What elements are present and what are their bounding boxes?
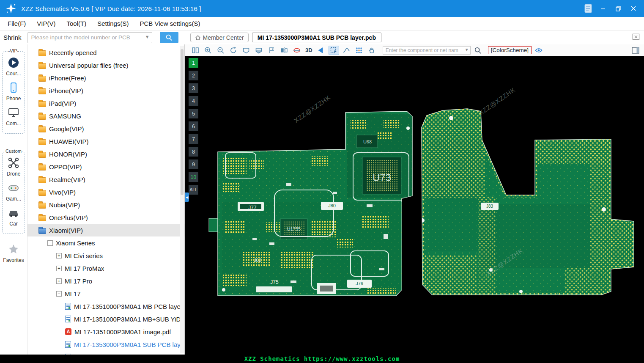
expand-expander-icon[interactable]: + [56,278,62,284]
pan-tool-icon[interactable] [367,46,377,55]
close-tab-button[interactable] [632,33,640,42]
close-button[interactable] [629,4,638,13]
board-bottom-view-icon[interactable] [253,46,264,55]
tree-scrollbar-thumb[interactable] [181,49,184,195]
3d-view-button[interactable]: 3D [304,47,314,53]
layer-button-4[interactable]: 4 [189,96,198,106]
flag-tool-icon[interactable] [266,46,277,55]
expand-expander-icon[interactable]: + [56,253,62,258]
menu-pcb-view-settings[interactable]: PCB View settings(S) [140,20,200,27]
tree-item[interactable]: OPPO(VIP) [27,160,184,173]
layer-button-5[interactable]: 5 [189,109,198,118]
rail-item-drone[interactable]: Drone [3,157,25,177]
rail-item-car[interactable]: Car [3,207,25,227]
component-label[interactable]: U73 [373,172,391,183]
tree-item[interactable]: Nubia(VIP) [27,198,184,211]
tree-item[interactable]: iPad(VIP) [27,97,184,110]
select-tool-icon[interactable] [329,46,339,55]
minimize-button[interactable] [598,4,608,13]
flip-highlight-icon[interactable] [291,46,302,55]
shrink-button[interactable]: Shrink [3,34,22,41]
tree-item[interactable]: iPhone(Free) [27,72,184,84]
component-label[interactable]: U68 [363,139,372,144]
color-scheme-button[interactable]: [ColorScheme] [488,46,532,54]
component-label[interactable]: J83 [486,204,493,209]
layer-button-8[interactable]: 8 [189,147,198,157]
chevron-down-icon[interactable]: ▼ [145,34,150,39]
eye-icon[interactable] [534,46,544,55]
tree-item[interactable]: −Xiaomi Series [27,236,184,249]
tree-item[interactable]: MI 17-1351000P3M0A1 image.pdf [27,325,184,338]
collapse-expander-icon[interactable]: − [47,240,53,246]
layer-button-6[interactable]: 6 [189,121,198,131]
menu-vip[interactable]: VIP(V) [37,20,55,27]
tree-item[interactable]: MI 17-1351000P3M0A1 MB PCB laye [27,300,184,313]
tree-item[interactable]: Vivo(VIP) [27,186,184,198]
layer-button-ALL[interactable]: ALL [189,185,198,195]
tree-item[interactable]: SAMSUNG [27,110,184,122]
tree-item[interactable]: HONOR(VIP) [27,148,184,160]
layer-button-2[interactable]: 2 [189,71,198,80]
collapse-tree-handle[interactable]: ◀ [185,192,189,202]
tree-item[interactable]: OnePlus(VIP) [27,211,184,224]
layer-jump-icon[interactable] [316,46,326,55]
component-label[interactable]: U1755 [287,226,301,231]
pcb-board-right[interactable] [420,109,634,296]
tree-item[interactable]: MI 17-1353000P3M0A1 SUB PCB lay [27,338,184,351]
component-label[interactable]: J77 [248,205,257,211]
component-label[interactable]: J80 [328,203,336,208]
mirror-icon[interactable] [279,46,289,55]
layer-button-9[interactable]: 9 [189,160,198,169]
trace-tool-icon[interactable] [341,46,352,55]
rail-item-computer[interactable]: Com... [3,107,25,126]
net-search-input[interactable] [383,46,471,55]
rail-item-game[interactable]: Gam... [3,182,25,202]
zoom-out-icon[interactable] [215,46,226,55]
pcb-board-left[interactable] [209,111,412,297]
license-icon[interactable] [584,3,592,14]
net-search-icon[interactable] [473,46,483,55]
rail-item-favorites[interactable]: Favorites [0,243,27,263]
tree-item[interactable]: Google(VIP) [27,122,184,135]
layer-button-3[interactable]: 3 [189,83,198,93]
tree-item[interactable]: +MI Civi series [27,249,184,262]
tree-item[interactable]: Xiaomi(VIP) [27,224,184,236]
layer-button-10[interactable]: 10 [189,172,198,182]
rail-item-course[interactable]: Cour... [3,57,25,77]
expand-expander-icon[interactable]: + [56,266,62,271]
refresh-icon[interactable] [228,46,238,55]
tree-item[interactable]: +MI 17 Pro [27,275,184,287]
tree-item[interactable]: +MI 17 ProMax [27,262,184,275]
collapse-expander-icon[interactable]: − [56,291,62,297]
tree-item[interactable]: Universal popular files (free) [27,59,184,72]
menu-settings[interactable]: Settings(S) [97,20,129,27]
tree-item[interactable]: Recently opened [27,46,184,59]
pcb-canvas[interactable]: 12345678910ALL ◀ [185,56,644,355]
layer-button-1[interactable]: 1 [189,58,198,68]
menu-tool[interactable]: Tool(T) [67,20,87,27]
component-label[interactable]: J76 [356,281,363,286]
zoom-in-icon[interactable] [203,46,213,55]
member-center-button[interactable]: Member Center [190,33,249,42]
tree-item[interactable]: MI 17-Connector shim A PCB layer.p [27,351,184,355]
side-panel-toggle-icon[interactable] [630,46,641,55]
tree-item[interactable]: iPhone(VIP) [27,84,184,97]
component-label[interactable]: J75 [270,279,279,285]
restore-button[interactable] [614,4,623,13]
document-tab[interactable]: MI 17-1353000P3M0A1 SUB PCB layer.pcb [252,33,381,42]
tree-scrollbar[interactable] [180,46,184,353]
component-label[interactable]: J82 [254,258,261,263]
split-view-icon[interactable] [190,46,200,55]
tree-item[interactable]: −MI 17 [27,287,184,300]
menu-file[interactable]: File(F) [8,20,26,27]
component-dots-icon[interactable] [354,46,364,55]
search-button[interactable] [160,32,178,43]
tree-item[interactable]: Realme(VIP) [27,173,184,186]
chevron-down-icon[interactable]: ▼ [465,47,469,52]
board-top-view-icon[interactable] [241,46,251,55]
model-search-input[interactable] [27,32,152,43]
rail-item-phone[interactable]: Phone [3,82,25,102]
layer-button-7[interactable]: 7 [189,134,198,144]
tree-item[interactable]: MI 17-1351000P3M0A1 MB+SUB YiD [27,313,184,325]
tree-item[interactable]: HUAWEI(VIP) [27,135,184,148]
